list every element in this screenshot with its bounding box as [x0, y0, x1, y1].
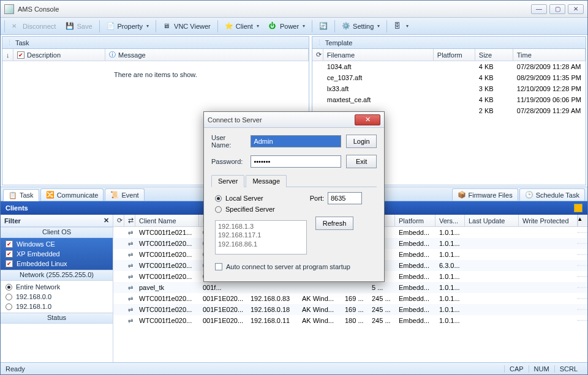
refresh-button[interactable] — [315, 20, 332, 33]
task-col-desc[interactable]: ✔Description — [13, 49, 105, 61]
settings-icon — [342, 22, 350, 31]
window-title: AMS Console — [18, 6, 531, 13]
client-row[interactable]: pavel_tk001f...5 ...Embedd...1.0.1... — [113, 282, 587, 293]
client-button[interactable]: Client — [221, 20, 263, 33]
db-button[interactable] — [390, 20, 413, 33]
task-title: Task — [15, 39, 29, 46]
save-icon — [66, 22, 74, 31]
dialog-tab-message[interactable]: Message — [246, 175, 287, 187]
save-button[interactable]: Save — [61, 20, 96, 33]
filter-net-1[interactable]: 192.168.1.0 — [3, 302, 110, 311]
filter-net-header[interactable]: Network (255.255.255.0) — [1, 270, 113, 281]
task-sort-icon[interactable]: ↓ — [2, 49, 13, 61]
client-row[interactable]: WTC001f1e020...001F1E020...192.168.0.83A… — [113, 293, 587, 304]
app-icon — [4, 4, 14, 14]
template-title: Template — [325, 39, 353, 46]
grid-link-icon[interactable]: ⇄ — [124, 215, 135, 226]
local-server-radio[interactable]: Local Server Port: — [215, 195, 373, 202]
disconnect-button[interactable]: Disconnect — [7, 20, 60, 33]
tab-event[interactable]: 📜 Event — [105, 188, 144, 201]
template-col-platform[interactable]: Platform — [434, 49, 475, 61]
template-row[interactable]: 1034.aft4 KB07/28/2009 11:28 AM — [312, 61, 586, 72]
grid-col-name[interactable]: Client Name — [135, 215, 199, 226]
clients-icon[interactable] — [574, 204, 582, 212]
status-cap: CAP — [504, 365, 529, 373]
password-input[interactable] — [251, 155, 341, 168]
dialog-title: Connect to Server — [208, 116, 262, 124]
status-num: NUM — [529, 365, 554, 373]
template-row[interactable]: lx33.aft3 KB12/10/2009 12:28 PM — [312, 83, 586, 94]
connect-dialog[interactable]: Connect to Server ✕ User Name: Login Pas… — [203, 111, 385, 282]
server-item[interactable]: 192.168.86.1 — [218, 240, 304, 248]
db-icon — [394, 22, 402, 31]
dialog-close-button[interactable]: ✕ — [355, 114, 380, 125]
vnc-viewer-button[interactable]: VNC Viewer — [159, 20, 215, 33]
tab-task[interactable]: 📋 Task — [3, 189, 39, 201]
grid-col-ver[interactable]: Vers... — [435, 215, 465, 226]
grid-scroll-up[interactable]: ▴ — [578, 215, 587, 226]
login-button[interactable]: Login — [346, 135, 377, 148]
filter-os-header[interactable]: Client OS — [1, 227, 113, 238]
check-icon: ✔ — [17, 51, 24, 59]
filter-net-entire[interactable]: Entire Network — [3, 282, 110, 292]
power-icon — [269, 22, 277, 31]
power-button[interactable]: Power — [265, 20, 309, 33]
setting-button[interactable]: Setting — [337, 20, 384, 33]
password-label: Password: — [211, 158, 246, 165]
tab-firmware[interactable]: 📦 Firmware Files — [452, 188, 518, 201]
property-button[interactable]: Property — [102, 20, 154, 33]
clients-title: Clients — [6, 204, 28, 212]
filter-status-header[interactable]: Status — [1, 313, 113, 324]
status-scrl: SCRL — [554, 365, 582, 373]
minimize-button[interactable]: — — [531, 4, 547, 14]
user-label: User Name: — [211, 134, 246, 149]
filter-net-0[interactable]: 192.168.0.0 — [3, 292, 110, 302]
server-list[interactable]: 192.168.1.3 192.168.117.1 192.168.86.1 — [215, 220, 307, 254]
grid-col-wp[interactable]: Write Protected — [519, 215, 578, 226]
dialog-tab-server[interactable]: Server — [211, 175, 244, 187]
specified-server-radio[interactable]: Specified Server — [215, 206, 373, 213]
template-refresh-icon[interactable]: ⟳ — [312, 49, 323, 61]
username-input[interactable] — [251, 135, 341, 147]
grid-refresh-icon[interactable]: ⟳ — [113, 215, 124, 226]
vnc-icon — [163, 22, 172, 31]
client-row[interactable]: WTC001f1e020...001F1E020...192.168.0.18A… — [113, 304, 587, 315]
statusbar: Ready CAP NUM SCRL — [1, 362, 587, 374]
auto-connect-checkbox[interactable]: Auto connect to server at program startu… — [215, 263, 373, 270]
template-col-time[interactable]: Time — [513, 49, 586, 61]
template-row[interactable]: maxtest_ce.aft4 KB11/19/2009 06:06 PM — [312, 94, 586, 105]
property-icon — [107, 22, 115, 31]
template-col-size[interactable]: Size — [475, 49, 513, 61]
filter-pane: Filter✕ Client OS ✔Windows CE ✔XP Embedd… — [1, 215, 113, 362]
filter-os-ce[interactable]: ✔Windows CE — [3, 239, 110, 249]
server-item[interactable]: 192.168.117.1 — [218, 231, 304, 239]
task-empty: There are no items to show. — [2, 61, 309, 88]
maximize-button[interactable]: ▢ — [549, 4, 565, 14]
filter-close-icon[interactable]: ✕ — [104, 217, 109, 225]
filter-os-linux[interactable]: ✔Embedded Linux — [3, 259, 110, 269]
disconnect-icon — [12, 22, 20, 31]
titlebar[interactable]: AMS Console — ▢ ✕ — [1, 1, 587, 18]
filter-title: Filter — [4, 217, 21, 225]
tab-schedule[interactable]: 🕒 Schedule Task — [519, 188, 585, 201]
dialog-refresh-button[interactable]: Refresh — [315, 217, 353, 230]
grid-col-platform[interactable]: Platform — [395, 215, 435, 226]
close-button[interactable]: ✕ — [568, 4, 584, 14]
client-row[interactable]: WTC001f1e020...001F1E020...192.168.0.11A… — [113, 315, 587, 326]
task-col-msg[interactable]: ⓘMessage — [105, 49, 309, 61]
server-item[interactable]: 192.168.1.3 — [218, 222, 304, 231]
tab-communicate[interactable]: 🔀 Communicate — [40, 188, 104, 201]
filter-os-xp[interactable]: ✔XP Embedded — [3, 249, 110, 259]
template-row[interactable]: ce_1037.aft4 KB08/29/2009 11:35 PM — [312, 72, 586, 83]
status-ready: Ready — [6, 365, 25, 373]
star-icon — [225, 22, 233, 31]
dialog-titlebar[interactable]: Connect to Server ✕ — [204, 112, 384, 128]
template-col-filename[interactable]: Filename — [323, 49, 434, 61]
main-toolbar: Disconnect Save Property VNC Viewer Clie… — [1, 18, 587, 35]
exit-button[interactable]: Exit — [346, 155, 377, 168]
port-input[interactable] — [328, 192, 362, 204]
port-label: Port: — [310, 195, 324, 202]
refresh-icon — [319, 22, 328, 31]
grid-col-update[interactable]: Last Update — [465, 215, 519, 226]
